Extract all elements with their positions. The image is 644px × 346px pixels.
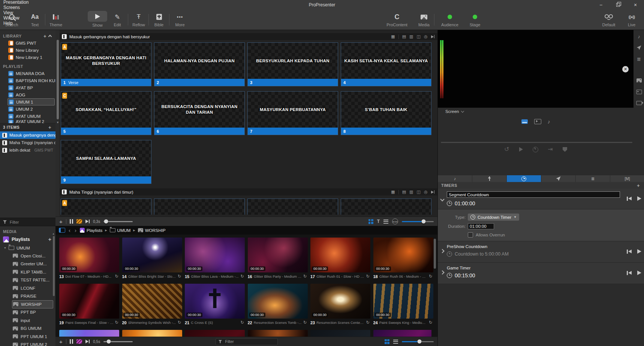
playlist-item[interactable]: UMUM 2 xyxy=(0,105,55,113)
library-item[interactable]: GMS PWT xyxy=(0,39,55,47)
media-filter-input[interactable] xyxy=(225,339,264,344)
tab-audio[interactable]: ♪ xyxy=(438,175,472,182)
timer-row-preshow-countdown[interactable]: PreShow Countdown Countdown to 5:00:00 A… xyxy=(438,241,644,263)
loop-icon[interactable]: ↻ xyxy=(366,274,370,279)
library-filter-input[interactable] xyxy=(9,220,44,225)
more-button[interactable]: ••• More xyxy=(169,12,190,27)
library-item[interactable]: New Library xyxy=(0,47,55,54)
menu-item-view[interactable]: View xyxy=(0,10,33,15)
timer-row-game-timer[interactable]: Game Timer 00:15:00 xyxy=(438,263,644,284)
pause-icon[interactable] xyxy=(70,339,73,344)
collapse-library-button[interactable] xyxy=(48,34,52,39)
media-playlist-item[interactable]: Greeter UM... xyxy=(0,260,55,268)
media-item[interactable]: 00:00:3020Shimmering Symbols Wish -...↻ xyxy=(122,284,182,326)
play-next-icon[interactable] xyxy=(431,35,435,38)
layers-icon[interactable]: ≣ xyxy=(637,57,641,62)
slide-scrollbar-thumb[interactable] xyxy=(57,40,59,119)
breadcrumb-current[interactable]: WORSHIP xyxy=(138,228,166,233)
slide[interactable]: BERSUKACITA DENGAN NYANYIAN DAN TARIAN6 xyxy=(154,91,245,135)
audience-button[interactable]: Audience xyxy=(439,12,460,27)
transition-slider[interactable] xyxy=(103,341,133,342)
slide[interactable]: CSORAKKAN, “HALELUYAH!”5 xyxy=(61,91,151,135)
camera-icon[interactable] xyxy=(636,101,642,105)
play-button[interactable] xyxy=(519,147,523,152)
playlist-item[interactable]: UMUM 1 xyxy=(7,98,55,105)
library-item[interactable]: New Library 1 xyxy=(0,54,55,61)
media-browser-scrollbar[interactable] xyxy=(434,239,436,269)
group-icon[interactable]: ◫ xyxy=(416,190,420,194)
panel-toggle-icon[interactable] xyxy=(59,228,65,233)
breadcrumb-folder[interactable]: UMUM xyxy=(110,228,131,233)
procontent-button[interactable]: C ProContent xyxy=(386,12,407,27)
clipboard-icon[interactable]: ▤ xyxy=(402,190,406,194)
restore-button[interactable] xyxy=(610,0,627,10)
playlist-item[interactable]: AYAT BP xyxy=(0,84,55,91)
list-view-button[interactable] xyxy=(383,220,388,224)
media-playlist-item[interactable]: PPT BP xyxy=(0,308,55,317)
media-item[interactable]: 00:00:3023Resurrection Scenes Center -..… xyxy=(310,284,370,326)
edit-button[interactable]: ✎ Edit xyxy=(107,12,128,27)
back-button[interactable]: ‹ xyxy=(68,227,71,233)
skip-next-icon[interactable] xyxy=(85,220,90,223)
expand-timer-button[interactable] xyxy=(440,270,444,274)
timer-name-input[interactable] xyxy=(447,191,620,198)
media-playlists-row[interactable]: Playlists + xyxy=(0,235,55,244)
pause-icon[interactable] xyxy=(70,219,73,224)
minimize-button[interactable]: − xyxy=(592,0,610,10)
media-playlist-item[interactable]: Open Closi... xyxy=(0,252,55,260)
start-timer-button[interactable] xyxy=(637,196,641,201)
slide[interactable]: MASYURKAN PERBUATANNYA7 xyxy=(247,91,338,135)
audio-bin-icon[interactable]: ♪ xyxy=(638,34,640,39)
media-item[interactable]: 00:00:3013Dot Flow 07 - Medium - HD...↻ xyxy=(59,238,119,280)
restart-button[interactable]: ↺ xyxy=(504,146,509,152)
zoom-slider[interactable] xyxy=(402,221,434,222)
slide[interactable]: BERSYUKURLAH KEPADA TUHAN3 xyxy=(247,42,338,86)
loop-icon[interactable]: ↻ xyxy=(115,320,119,325)
tab-stage[interactable]: ≣ xyxy=(576,175,610,182)
timeline-icon[interactable] xyxy=(76,339,82,344)
arrangement-icon[interactable]: ▥ xyxy=(409,34,413,39)
menu-item-presentation[interactable]: Presentation xyxy=(0,0,33,5)
messages-icon[interactable] xyxy=(637,45,641,50)
media-item[interactable]: 00:00:3019Paint Sweeps Final - Slow - H.… xyxy=(59,284,119,326)
timer-row-segment-countdown[interactable]: 01:00:00 xyxy=(438,189,644,209)
timeline-icon[interactable] xyxy=(76,219,82,224)
play-next-icon[interactable] xyxy=(431,190,435,194)
playlist-item[interactable]: AYAT UMUM 2 xyxy=(0,120,55,123)
tab-messages[interactable] xyxy=(541,175,576,182)
video-bin-icon[interactable] xyxy=(636,90,642,94)
arrangement-icon[interactable]: ▥ xyxy=(409,190,413,194)
reset-timer-button[interactable] xyxy=(627,271,632,275)
menu-item-screens[interactable]: Screens xyxy=(0,5,33,10)
media-playlist-item[interactable]: WORSHIP xyxy=(12,300,53,308)
add-media-playlist-button[interactable]: + xyxy=(47,237,52,242)
loop-icon[interactable]: ↻ xyxy=(115,274,119,279)
slide-layer-icon[interactable] xyxy=(521,119,528,124)
loop-icon[interactable]: ↻ xyxy=(178,274,182,279)
expand-timer-button[interactable] xyxy=(440,249,444,253)
presentation-item[interactable]: Masuk gerbangnya dengan h xyxy=(0,131,55,139)
scroll-down-arrow[interactable]: ▼ xyxy=(56,121,59,124)
text-view-button[interactable]: T xyxy=(377,219,380,224)
playlist-item[interactable]: AYAT UMUM xyxy=(0,113,55,120)
slide[interactable]: HALAMAN-NYA DENGAN PUJIAN2 xyxy=(154,42,245,86)
menu-item-help[interactable]: Help xyxy=(0,21,33,26)
media-playlist-item[interactable]: PRAISE xyxy=(0,292,55,301)
add-media-button[interactable]: + xyxy=(59,339,63,344)
auto-advance-button[interactable] xyxy=(533,147,538,152)
tab-macros[interactable]: [M] xyxy=(610,175,644,182)
breadcrumb-root[interactable]: Playlists xyxy=(80,228,102,233)
slide[interactable]: AMASUK GERBANGNYA DENGAN HATI BERSYUKUR1… xyxy=(61,42,151,86)
timer-type-dropdown[interactable]: Countdown Timer ▼ xyxy=(468,214,519,221)
media-item[interactable]: 00:00:3018Glitter Rush 06 - Medium - H..… xyxy=(373,238,433,280)
target-icon[interactable]: ◎ xyxy=(424,190,428,194)
start-timer-button[interactable] xyxy=(637,249,641,254)
media-layer-icon[interactable] xyxy=(534,119,541,124)
loop-icon[interactable]: ↻ xyxy=(429,320,433,325)
presentation-item[interactable]: Maha Tinggi (nyanyian dari t xyxy=(0,139,55,146)
media-playlist-item[interactable]: BG UMUM xyxy=(0,325,55,333)
clipboard-icon[interactable]: ▤ xyxy=(402,34,406,39)
slide[interactable]: KASIH SETIA-NYA KEKAL SELAMANYA4 xyxy=(341,42,431,86)
allows-overrun-checkbox[interactable] xyxy=(468,232,473,238)
media-playlist-item[interactable]: KLIP TAMB... xyxy=(0,268,55,276)
